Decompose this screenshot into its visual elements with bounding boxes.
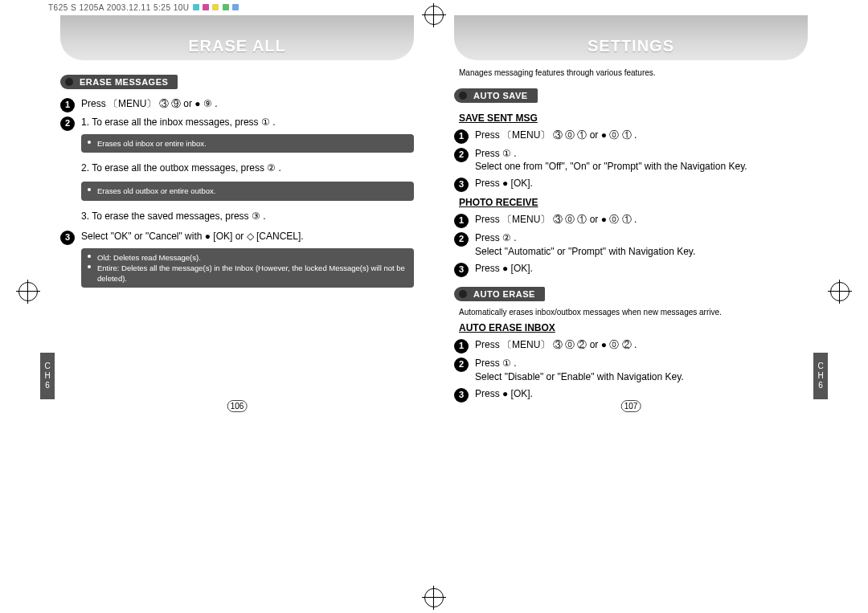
save-sent-s3: Press ● [OK]. [475,177,808,190]
settings-intro: Manages messaging features through vario… [459,68,808,79]
save-sent-step-1: 1 Press 〔MENU〕 ③ ⓪ ① or ● ⓪ ① . [454,129,808,144]
note-old-text: Old: Deletes read Message(s). [97,252,407,263]
inbox-s2: Press ① . Select "Disable" or "Enable" w… [475,357,808,384]
photo-receive-steps: 1 Press 〔MENU〕 ③ ⓪ ① or ● ⓪ ① . 2 Press … [454,213,808,277]
inbox-s3: Press ● [OK]. [475,387,808,401]
photo-receive-step-2: 2 Press ② . Select "Automatic" or "Promp… [454,231,808,259]
step-3-text: Select "OK" or "Cancel" with ● [OK] or ◇… [81,230,414,243]
left-page-title: ERASE ALL [60,15,414,60]
inbox-step-1: 1 Press 〔MENU〕 ③ ⓪ ② or ● ⓪ ② . [454,338,808,353]
save-sent-s1: Press 〔MENU〕 ③ ⓪ ① or ● ⓪ ① . [475,129,808,142]
badge-3-icon: 3 [454,178,469,192]
left-page-number: 106 [227,400,248,412]
note-entire-text: Entire: Deletes all the message(s) in th… [97,263,407,284]
save-sent-s2: Press ① . Select one from "Off", "On" or… [475,147,808,174]
photo-receive-s1: Press 〔MENU〕 ③ ⓪ ① or ● ⓪ ① . [475,213,808,227]
auto-erase-inbox-heading: AUTO ERASE INBOX [459,322,808,333]
right-page: SETTINGS Manages messaging features thro… [434,15,828,422]
right-page-number: 107 [621,400,641,412]
page-spread: ERASE ALL ERASE MESSAGES 1 Press 〔MENU〕 … [0,15,868,422]
step-2-text: 1. To erase all the inbox messages, pres… [81,116,414,129]
erase-messages-steps: 1 Press 〔MENU〕 ③ ⑨ or ● ⑨ . 2 1. To eras… [60,97,414,288]
left-chapter-tab: CH6 [40,353,55,399]
save-sent-steps: 1 Press 〔MENU〕 ③ ⓪ ① or ● ⓪ ① . 2 Press … [454,129,808,193]
note-inbox-text: Erases old inbox or entire inbox. [97,139,207,148]
registration-mark-bottom [424,587,444,608]
step-2-3: 3. To erase the saved messages, press ③ … [81,209,414,223]
photo-receive-s3: Press ● [OK]. [475,262,808,276]
left-page: ERASE ALL ERASE MESSAGES 1 Press 〔MENU〕 … [40,15,434,422]
auto-erase-note: Automatically erases inbox/outbox messag… [459,308,808,318]
photo-receive-step-3: 3 Press ● [OK]. [454,262,808,277]
step-2-2: 2. To erase all the outbox messages, pre… [81,161,414,175]
step-3: 3 Select "OK" or "Cancel" with ● [OK] or… [60,230,414,245]
right-chapter-tab: CH6 [813,353,828,399]
badge-2: 2 [60,116,75,131]
badge-2-icon: 2 [454,148,469,162]
step-1: 1 Press 〔MENU〕 ③ ⑨ or ● ⑨ . [60,97,414,112]
note-outbox-text: Erases old outbox or entire outbox. [97,186,215,195]
auto-erase-tab: AUTO ERASE [454,287,545,301]
badge-1-icon: 1 [454,129,469,144]
badge-3: 3 [60,231,75,245]
color-swatches [192,3,239,12]
inbox-step-2: 2 Press ① . Select "Disable" or "Enable"… [454,357,808,384]
note-outbox: Erases old outbox or entire outbox. [81,182,414,200]
badge-1: 1 [60,98,75,112]
erase-messages-tab: ERASE MESSAGES [60,75,178,89]
auto-save-tab: AUTO SAVE [454,88,538,103]
photo-receive-heading: PHOTO RECEIVE [459,197,808,208]
note-old-entire: Old: Deletes read Message(s). Entire: De… [81,248,414,288]
step-1-text: Press 〔MENU〕 ③ ⑨ or ● ⑨ . [81,97,414,111]
right-page-title: SETTINGS [454,15,808,60]
inbox-s1: Press 〔MENU〕 ③ ⓪ ② or ● ⓪ ② . [475,338,808,352]
save-sent-heading: SAVE SENT MSG [459,112,808,124]
save-sent-step-2: 2 Press ① . Select one from "Off", "On" … [454,147,808,174]
build-text: T625 S 1205A 2003.12.11 5:25 10U [48,3,190,12]
save-sent-step-3: 3 Press ● [OK]. [454,177,808,192]
photo-receive-step-1: 1 Press 〔MENU〕 ③ ⓪ ① or ● ⓪ ① . [454,213,808,228]
photo-receive-s2: Press ② . Select "Automatic" or "Prompt"… [475,231,808,259]
step-2: 2 1. To erase all the inbox messages, pr… [60,116,414,131]
auto-erase-inbox-steps: 1 Press 〔MENU〕 ③ ⓪ ② or ● ⓪ ② . 2 Press … [454,338,808,403]
note-inbox: Erases old inbox or entire inbox. [81,134,414,153]
